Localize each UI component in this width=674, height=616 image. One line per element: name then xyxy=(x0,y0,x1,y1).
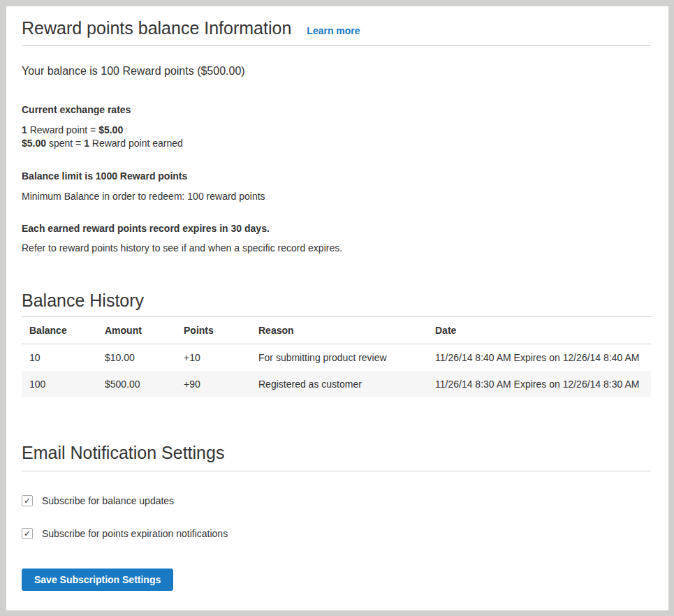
page-title: Reward points balance Information xyxy=(22,17,291,38)
page-header: Reward points balance Information Learn … xyxy=(22,17,651,38)
cell-reason: For submitting product review xyxy=(251,344,427,372)
learn-more-link[interactable]: Learn more xyxy=(307,25,360,36)
rate-line-1: 1 Reward point = $5.00 xyxy=(22,124,123,135)
check-icon: ✓ xyxy=(24,529,31,538)
cell-amount: $10.00 xyxy=(97,344,176,372)
check-icon: ✓ xyxy=(24,496,31,506)
cell-amount: $500.00 xyxy=(97,371,176,397)
cell-points: +10 xyxy=(176,344,251,372)
column-header-points: Points xyxy=(176,317,251,344)
exchange-rates-heading: Current exchange rates xyxy=(22,103,651,116)
column-header-reason: Reason xyxy=(251,317,427,344)
balance-history-table: Balance Amount Points Reason Date 10 $10… xyxy=(22,316,651,397)
cell-balance: 10 xyxy=(22,344,97,372)
table-row: 10 $10.00 +10 For submitting product rev… xyxy=(22,344,651,372)
balance-updates-label[interactable]: Subscribe for balance updates xyxy=(42,495,174,506)
rate-line-2: $5.00 spent = 1 Reward point earned xyxy=(22,138,183,149)
page-background: Reward points balance Information Learn … xyxy=(0,0,674,616)
cell-points: +90 xyxy=(176,371,251,397)
expiry-heading: Each earned reward points record expires… xyxy=(22,222,651,235)
cell-date: 11/26/14 8:40 AM Expires on 12/26/14 8:4… xyxy=(427,344,651,372)
email-notification-heading: Email Notification Settings xyxy=(22,442,651,463)
exchange-rate-lines: 1 Reward point = $5.00$5.00 spent = 1 Re… xyxy=(22,124,651,150)
points-expiration-label[interactable]: Subscribe for points expiration notifica… xyxy=(42,528,228,539)
reward-points-card: Reward points balance Information Learn … xyxy=(6,6,668,610)
table-row: 100 $500.00 +90 Registered as customer 1… xyxy=(22,371,651,397)
points-expiration-checkbox[interactable]: ✓ xyxy=(22,528,33,539)
balance-updates-checkbox[interactable]: ✓ xyxy=(22,495,33,506)
expiry-refer-text: Refer to reward points history to see if… xyxy=(22,242,651,254)
save-subscription-button[interactable]: Save Subscription Settings xyxy=(22,569,173,591)
email-section-divider xyxy=(22,471,651,471)
balance-history-heading: Balance History xyxy=(22,290,651,311)
points-expiration-option: ✓ Subscribe for points expiration notifi… xyxy=(22,528,651,539)
column-header-amount: Amount xyxy=(97,317,176,344)
cell-balance: 100 xyxy=(22,371,97,397)
balance-summary: Your balance is 100 Reward points ($500.… xyxy=(22,64,651,78)
cell-reason: Registered as customer xyxy=(251,371,427,397)
cell-date: 11/26/14 8:30 AM Expires on 12/26/14 8:3… xyxy=(427,371,651,397)
table-header-row: Balance Amount Points Reason Date xyxy=(22,317,651,344)
column-header-balance: Balance xyxy=(22,317,97,344)
balance-updates-option: ✓ Subscribe for balance updates xyxy=(22,495,651,506)
balance-limit-heading: Balance limit is 1000 Reward points xyxy=(22,170,651,182)
column-header-date: Date xyxy=(427,317,651,344)
header-divider xyxy=(22,45,651,46)
minimum-balance-text: Minimum Balance in order to redeem: 100 … xyxy=(22,190,651,203)
